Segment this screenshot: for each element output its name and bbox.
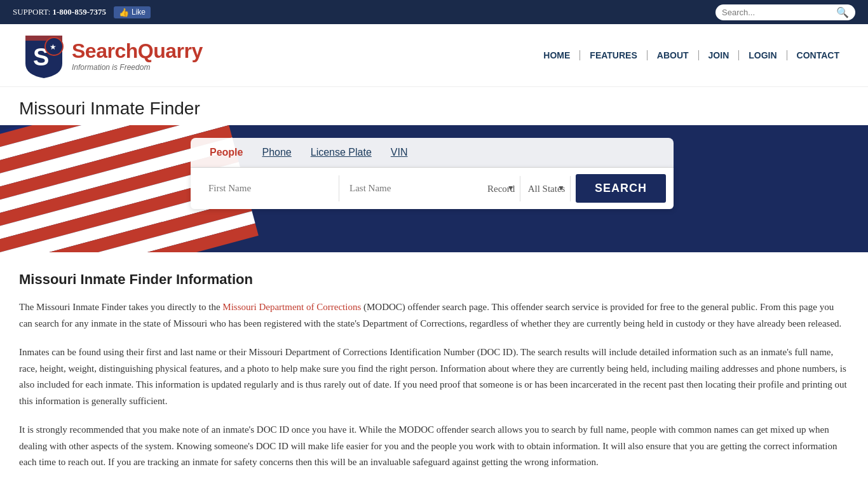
nav-contact[interactable]: CONTACT <box>787 50 849 60</box>
logo-icon: S ★ <box>19 30 69 80</box>
content-paragraph-3: It is strongly recommended that you make… <box>19 422 849 471</box>
search-container: People Phone License Plate VIN Record Ty… <box>191 138 674 209</box>
top-bar-right: 🔍 <box>715 4 855 20</box>
top-search-bar[interactable]: 🔍 <box>715 4 855 20</box>
facebook-like-button[interactable]: 👍 Like <box>114 6 151 18</box>
tab-people[interactable]: People <box>210 144 243 161</box>
tab-vin[interactable]: VIN <box>391 144 408 161</box>
tab-phone[interactable]: Phone <box>262 144 291 161</box>
hero-section: ★★★★ ★★★★ ★★★★ ★★★★ ★★★★ ★★★★ People <box>0 125 868 252</box>
search-icon[interactable]: 🔍 <box>836 6 849 18</box>
first-name-input[interactable] <box>198 175 339 201</box>
content-heading: Missouri Inmate Finder Information <box>19 271 849 288</box>
top-search-input[interactable] <box>722 8 836 17</box>
nav-about[interactable]: ABOUT <box>648 50 699 60</box>
page-title-area: Missouri Inmate Finder <box>0 87 868 125</box>
logo-name: SearchQuarry <box>72 39 203 63</box>
svg-text:★: ★ <box>50 43 57 51</box>
logo-quarry: Quarry <box>138 39 203 62</box>
header: S ★ SearchQuarry Information is Freedom … <box>0 24 868 87</box>
nav-login[interactable]: LOGIN <box>739 50 787 60</box>
last-name-input[interactable] <box>339 175 480 201</box>
nav-home[interactable]: HOME <box>534 50 580 60</box>
logo-area: S ★ SearchQuarry Information is Freedom <box>19 30 203 80</box>
logo-text: SearchQuarry Information is Freedom <box>72 39 203 72</box>
top-bar-left: SUPPORT: 1-800-859-7375 👍 Like <box>13 6 151 18</box>
logo-tagline: Information is Freedom <box>72 63 203 72</box>
states-wrapper: All States Missouri Alabama Alaska Arizo… <box>520 176 571 201</box>
content-area: Missouri Inmate Finder Information The M… <box>0 252 868 488</box>
modoc-link[interactable]: Missouri Department of Corrections <box>222 302 361 312</box>
content-paragraph-1: The Missouri Inmate Finder takes you dir… <box>19 299 849 332</box>
fb-thumb-icon: 👍 <box>119 8 129 17</box>
search-tabs: People Phone License Plate VIN <box>191 138 674 168</box>
search-form: Record Type Criminal Records Arrest Reco… <box>191 168 674 209</box>
nav-join[interactable]: JOIN <box>699 50 740 60</box>
top-bar: SUPPORT: 1-800-859-7375 👍 Like 🔍 <box>0 0 868 24</box>
support-label: SUPPORT: 1-800-859-7375 <box>13 7 106 17</box>
record-type-wrapper: Record Type Criminal Records Arrest Reco… <box>480 176 520 201</box>
page-title: Missouri Inmate Finder <box>19 98 849 119</box>
logo-search: Search <box>72 39 138 62</box>
content-paragraph-2: Inmates can be found using their first a… <box>19 344 849 409</box>
nav-features[interactable]: FEATURES <box>580 50 647 60</box>
tab-license-plate[interactable]: License Plate <box>311 144 372 161</box>
search-button[interactable]: SEARCH <box>576 174 666 203</box>
states-select[interactable]: All States Missouri Alabama Alaska Arizo… <box>520 176 570 201</box>
support-phone: 1-800-859-7375 <box>53 7 107 17</box>
main-nav: HOME FEATURES ABOUT JOIN LOGIN CONTACT <box>534 50 849 60</box>
record-type-select[interactable]: Record Type Criminal Records Arrest Reco… <box>480 176 520 201</box>
